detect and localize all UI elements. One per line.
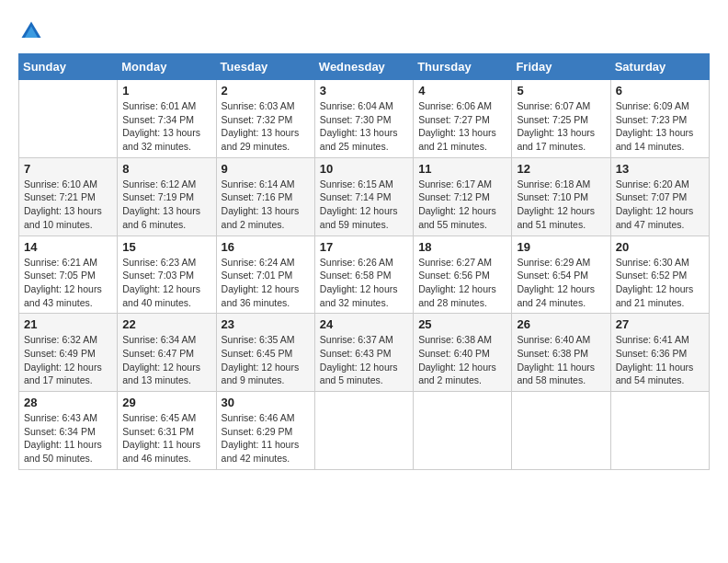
calendar-cell: 19Sunrise: 6:29 AM Sunset: 6:54 PM Dayli… [512, 236, 610, 314]
cell-day-number: 4 [418, 84, 506, 98]
cell-day-number: 28 [24, 396, 112, 409]
calendar-cell: 1Sunrise: 6:01 AM Sunset: 7:34 PM Daylig… [118, 80, 216, 158]
cell-day-number: 3 [320, 84, 408, 98]
cell-day-number: 24 [320, 317, 408, 331]
calendar-cell: 16Sunrise: 6:24 AM Sunset: 7:01 PM Dayli… [216, 236, 314, 314]
cell-day-number: 1 [122, 84, 210, 98]
cell-info-text: Sunrise: 6:41 AM Sunset: 6:36 PM Dayligh… [616, 333, 704, 387]
calendar-cell: 18Sunrise: 6:27 AM Sunset: 6:56 PM Dayli… [414, 236, 512, 314]
cell-info-text: Sunrise: 6:18 AM Sunset: 7:10 PM Dayligh… [517, 178, 605, 232]
page-header [18, 18, 710, 44]
calendar-cell: 13Sunrise: 6:20 AM Sunset: 7:07 PM Dayli… [610, 157, 709, 236]
cell-info-text: Sunrise: 6:03 AM Sunset: 7:32 PM Dayligh… [222, 99, 310, 154]
cell-info-text: Sunrise: 6:37 AM Sunset: 6:43 PM Dayligh… [320, 333, 408, 387]
cell-day-number: 22 [122, 317, 210, 331]
calendar-cell: 11Sunrise: 6:17 AM Sunset: 7:12 PM Dayli… [414, 157, 512, 236]
calendar-cell: 7Sunrise: 6:10 AM Sunset: 7:21 PM Daylig… [19, 157, 118, 236]
logo-icon [18, 18, 44, 44]
calendar-cell: 26Sunrise: 6:40 AM Sunset: 6:38 PM Dayli… [512, 314, 610, 392]
cell-day-number: 15 [122, 240, 210, 254]
cell-info-text: Sunrise: 6:32 AM Sunset: 6:49 PM Dayligh… [24, 333, 112, 387]
calendar-cell: 3Sunrise: 6:04 AM Sunset: 7:30 PM Daylig… [314, 80, 413, 158]
cell-info-text: Sunrise: 6:43 AM Sunset: 6:34 PM Dayligh… [24, 411, 112, 465]
logo [18, 18, 48, 44]
cell-day-number: 7 [24, 162, 112, 176]
cell-info-text: Sunrise: 6:01 AM Sunset: 7:34 PM Dayligh… [122, 99, 210, 154]
calendar-week-5: 28Sunrise: 6:43 AM Sunset: 6:34 PM Dayli… [19, 392, 710, 470]
calendar-week-3: 14Sunrise: 6:21 AM Sunset: 7:05 PM Dayli… [19, 236, 710, 314]
cell-day-number: 19 [517, 240, 605, 254]
cell-info-text: Sunrise: 6:07 AM Sunset: 7:25 PM Dayligh… [517, 99, 605, 154]
cell-info-text: Sunrise: 6:15 AM Sunset: 7:14 PM Dayligh… [320, 178, 408, 232]
cell-info-text: Sunrise: 6:27 AM Sunset: 6:56 PM Dayligh… [418, 256, 506, 310]
cell-info-text: Sunrise: 6:46 AM Sunset: 6:29 PM Dayligh… [222, 411, 310, 465]
calendar-header-row: SundayMondayTuesdayWednesdayThursdayFrid… [19, 54, 710, 80]
calendar-cell: 29Sunrise: 6:45 AM Sunset: 6:31 PM Dayli… [118, 392, 216, 470]
calendar-header-saturday: Saturday [610, 54, 709, 80]
cell-info-text: Sunrise: 6:34 AM Sunset: 6:47 PM Dayligh… [122, 333, 210, 387]
cell-day-number: 29 [122, 396, 210, 409]
cell-info-text: Sunrise: 6:45 AM Sunset: 6:31 PM Dayligh… [122, 411, 210, 465]
calendar-cell: 25Sunrise: 6:38 AM Sunset: 6:40 PM Dayli… [414, 314, 512, 392]
cell-day-number: 5 [517, 84, 605, 98]
calendar-cell: 5Sunrise: 6:07 AM Sunset: 7:25 PM Daylig… [512, 80, 610, 158]
calendar-table: SundayMondayTuesdayWednesdayThursdayFrid… [18, 53, 710, 470]
cell-day-number: 11 [418, 162, 506, 176]
cell-day-number: 21 [24, 317, 112, 331]
cell-day-number: 17 [320, 240, 408, 254]
cell-info-text: Sunrise: 6:12 AM Sunset: 7:19 PM Dayligh… [122, 178, 210, 232]
calendar-header-sunday: Sunday [19, 54, 118, 80]
cell-day-number: 30 [222, 396, 310, 409]
calendar-cell: 22Sunrise: 6:34 AM Sunset: 6:47 PM Dayli… [118, 314, 216, 392]
cell-info-text: Sunrise: 6:40 AM Sunset: 6:38 PM Dayligh… [517, 333, 605, 387]
calendar-cell: 27Sunrise: 6:41 AM Sunset: 6:36 PM Dayli… [610, 314, 709, 392]
cell-info-text: Sunrise: 6:04 AM Sunset: 7:30 PM Dayligh… [320, 99, 408, 154]
cell-day-number: 27 [616, 317, 704, 331]
cell-day-number: 2 [222, 84, 310, 98]
calendar-cell: 28Sunrise: 6:43 AM Sunset: 6:34 PM Dayli… [19, 392, 118, 470]
calendar-header-thursday: Thursday [414, 54, 512, 80]
calendar-cell: 12Sunrise: 6:18 AM Sunset: 7:10 PM Dayli… [512, 157, 610, 236]
calendar-week-4: 21Sunrise: 6:32 AM Sunset: 6:49 PM Dayli… [19, 314, 710, 392]
calendar-cell: 20Sunrise: 6:30 AM Sunset: 6:52 PM Dayli… [610, 236, 709, 314]
cell-info-text: Sunrise: 6:23 AM Sunset: 7:03 PM Dayligh… [122, 256, 210, 310]
calendar-week-2: 7Sunrise: 6:10 AM Sunset: 7:21 PM Daylig… [19, 157, 710, 236]
calendar-cell: 2Sunrise: 6:03 AM Sunset: 7:32 PM Daylig… [216, 80, 314, 158]
cell-info-text: Sunrise: 6:17 AM Sunset: 7:12 PM Dayligh… [418, 178, 506, 232]
cell-info-text: Sunrise: 6:10 AM Sunset: 7:21 PM Dayligh… [24, 178, 112, 232]
cell-day-number: 12 [517, 162, 605, 176]
calendar-cell: 24Sunrise: 6:37 AM Sunset: 6:43 PM Dayli… [314, 314, 413, 392]
calendar-header-wednesday: Wednesday [314, 54, 413, 80]
calendar-header-friday: Friday [512, 54, 610, 80]
cell-day-number: 13 [616, 162, 704, 176]
cell-day-number: 9 [222, 162, 310, 176]
calendar-cell: 30Sunrise: 6:46 AM Sunset: 6:29 PM Dayli… [216, 392, 314, 470]
calendar-cell: 23Sunrise: 6:35 AM Sunset: 6:45 PM Dayli… [216, 314, 314, 392]
cell-day-number: 10 [320, 162, 408, 176]
calendar-cell [610, 392, 709, 470]
cell-info-text: Sunrise: 6:06 AM Sunset: 7:27 PM Dayligh… [418, 99, 506, 154]
cell-day-number: 26 [517, 317, 605, 331]
calendar-week-1: 1Sunrise: 6:01 AM Sunset: 7:34 PM Daylig… [19, 80, 710, 158]
cell-info-text: Sunrise: 6:38 AM Sunset: 6:40 PM Dayligh… [418, 333, 506, 387]
cell-info-text: Sunrise: 6:09 AM Sunset: 7:23 PM Dayligh… [616, 99, 704, 154]
calendar-cell: 9Sunrise: 6:14 AM Sunset: 7:16 PM Daylig… [216, 157, 314, 236]
calendar-cell: 15Sunrise: 6:23 AM Sunset: 7:03 PM Dayli… [118, 236, 216, 314]
calendar-cell [414, 392, 512, 470]
cell-info-text: Sunrise: 6:20 AM Sunset: 7:07 PM Dayligh… [616, 178, 704, 232]
cell-info-text: Sunrise: 6:29 AM Sunset: 6:54 PM Dayligh… [517, 256, 605, 310]
cell-info-text: Sunrise: 6:26 AM Sunset: 6:58 PM Dayligh… [320, 256, 408, 310]
cell-day-number: 20 [616, 240, 704, 254]
calendar-cell: 10Sunrise: 6:15 AM Sunset: 7:14 PM Dayli… [314, 157, 413, 236]
cell-day-number: 25 [418, 317, 506, 331]
cell-day-number: 18 [418, 240, 506, 254]
cell-day-number: 23 [222, 317, 310, 331]
cell-info-text: Sunrise: 6:35 AM Sunset: 6:45 PM Dayligh… [222, 333, 310, 387]
cell-day-number: 14 [24, 240, 112, 254]
calendar-cell: 4Sunrise: 6:06 AM Sunset: 7:27 PM Daylig… [414, 80, 512, 158]
calendar-cell [19, 80, 118, 158]
cell-day-number: 8 [122, 162, 210, 176]
cell-info-text: Sunrise: 6:21 AM Sunset: 7:05 PM Dayligh… [24, 256, 112, 310]
calendar-cell: 21Sunrise: 6:32 AM Sunset: 6:49 PM Dayli… [19, 314, 118, 392]
cell-info-text: Sunrise: 6:14 AM Sunset: 7:16 PM Dayligh… [222, 178, 310, 232]
